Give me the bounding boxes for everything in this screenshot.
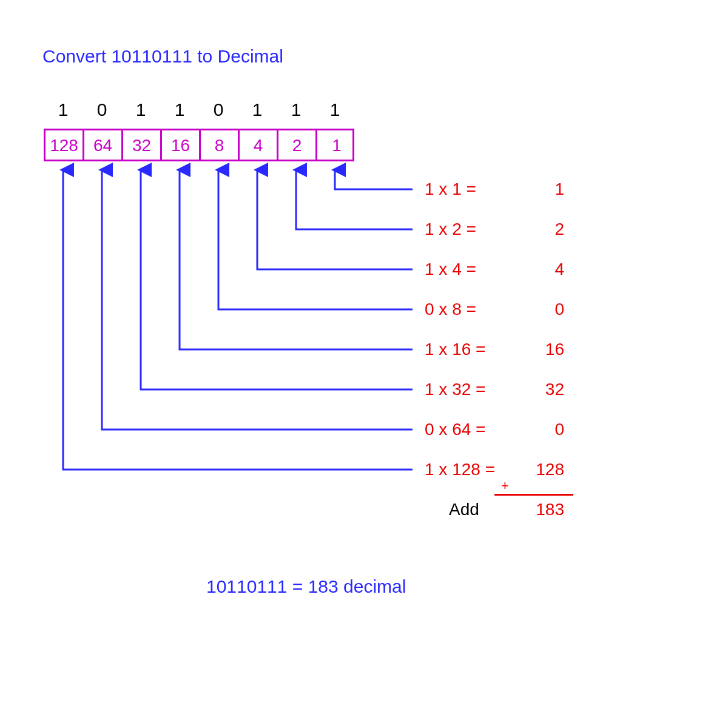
diagram-title: Convert 10110111 to Decimal (42, 46, 283, 67)
connector-line (63, 170, 413, 470)
binary-digit: 1 (277, 99, 315, 120)
binary-digit: 0 (83, 99, 121, 120)
binary-digit: 1 (238, 99, 277, 120)
connector-line (180, 170, 413, 349)
binary-digit: 0 (199, 99, 238, 120)
connector-line (141, 170, 413, 389)
connector-line (102, 170, 413, 430)
place-value-cell: 64 (84, 130, 123, 160)
binary-digit: 1 (44, 99, 83, 120)
binary-digit: 1 (315, 99, 354, 120)
place-value-cell: 8 (201, 130, 240, 160)
place-value-cell: 128 (46, 130, 84, 160)
place-value-cell: 32 (123, 130, 162, 160)
binary-digit: 1 (160, 99, 199, 120)
binary-digit: 1 (121, 99, 160, 120)
place-value-table: 1286432168421 (44, 129, 354, 161)
equation-result: 0 (528, 420, 564, 439)
equation-result: 128 (528, 460, 564, 479)
place-value-cell: 1 (317, 130, 356, 160)
plus-sign: + (501, 478, 509, 494)
sum-value: 183 (528, 500, 564, 519)
place-value-cell: 16 (162, 130, 201, 160)
connector-line (296, 170, 413, 229)
equation-result: 2 (528, 220, 564, 239)
connector-line (335, 170, 413, 189)
conclusion-text: 10110111 = 183 decimal (206, 576, 406, 597)
connector-line (218, 170, 413, 309)
place-value-cell: 2 (278, 130, 317, 160)
equation-result: 16 (528, 340, 564, 359)
place-value-cell: 4 (240, 130, 278, 160)
sum-line (494, 494, 573, 496)
add-label: Add (449, 500, 479, 519)
equation-result: 0 (528, 300, 564, 319)
equation-result: 4 (528, 260, 564, 279)
equation-result: 1 (528, 180, 564, 199)
equation-result: 32 (528, 380, 564, 399)
connector-line (257, 170, 413, 269)
